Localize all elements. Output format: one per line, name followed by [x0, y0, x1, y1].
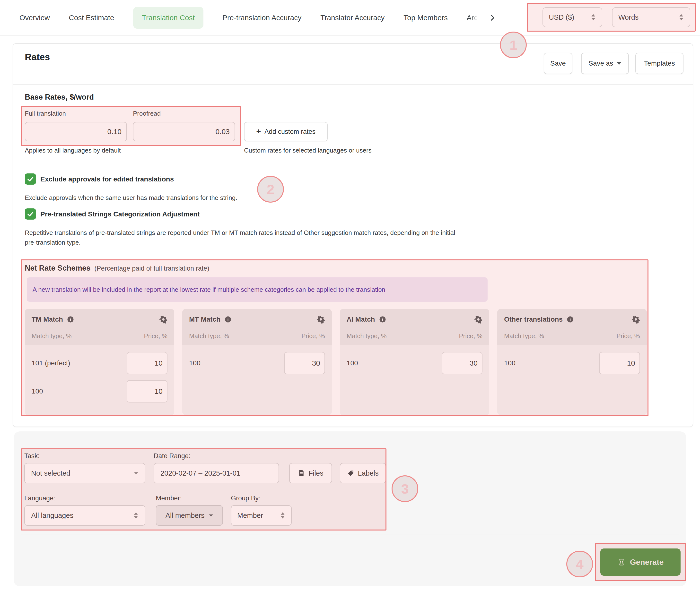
- mt-match-row: 100 30: [189, 352, 325, 374]
- filters-divider: [21, 534, 679, 535]
- group-by-select[interactable]: Member: [231, 505, 292, 526]
- custom-rates-caption: Custom rates for selected languages or u…: [244, 147, 372, 154]
- templates-button[interactable]: Templates: [635, 53, 683, 74]
- rates-card-title: Rates: [25, 52, 50, 62]
- tm-match-101-price-input[interactable]: 10: [127, 352, 168, 374]
- ai-match-100-price-input[interactable]: 30: [442, 352, 482, 374]
- report-units-select[interactable]: Words: [612, 7, 690, 27]
- match-type-column-header: Match type, %: [32, 332, 72, 340]
- caret-down-icon: [134, 471, 139, 475]
- rates-card: Rates Save Save as Templates Base Rates,…: [12, 43, 693, 427]
- gear-icon[interactable]: [632, 315, 640, 323]
- exclude-approvals-checkbox[interactable]: [25, 174, 36, 185]
- net-rate-schemes-heading: Net Rate Schemes (Percentage paid of ful…: [25, 264, 209, 272]
- tm-match-row: 101 (perfect) 10: [32, 352, 168, 374]
- price-value: 30: [312, 359, 320, 367]
- generate-button[interactable]: Generate: [600, 548, 680, 576]
- net-rate-schemes-subtitle: (Percentage paid of full translation rat…: [95, 265, 209, 272]
- gear-icon[interactable]: [159, 315, 168, 323]
- info-icon[interactable]: [379, 316, 386, 323]
- tab-translation-cost[interactable]: Translation Cost: [133, 7, 203, 29]
- updown-arrows-icon: [591, 14, 596, 21]
- date-range-input[interactable]: 2020-02-07 – 2025-01-01: [154, 463, 279, 484]
- price-value: 30: [470, 359, 478, 367]
- match-type-value: 100: [32, 387, 43, 395]
- save-button[interactable]: Save: [544, 53, 572, 74]
- tab-overview[interactable]: Overview: [20, 14, 50, 22]
- match-type-column-header: Match type, %: [189, 332, 229, 340]
- mt-match-100-price-input[interactable]: 30: [284, 352, 325, 374]
- pretranslated-adjustment-checkbox[interactable]: [25, 208, 36, 219]
- base-rates-heading: Base Rates, $/word: [25, 93, 94, 102]
- net-rate-schemes-title: Net Rate Schemes: [25, 264, 91, 272]
- price-column-header: Price, %: [301, 332, 325, 340]
- ai-match-row: 100 30: [347, 352, 482, 374]
- price-column-header: Price, %: [144, 332, 168, 340]
- pretranslated-adjustment-label: Pre-translated Strings Categorization Ad…: [40, 210, 200, 218]
- net-rate-schemes-note: A new translation will be included in th…: [27, 278, 488, 302]
- date-range-value: 2020-02-07 – 2025-01-01: [160, 469, 241, 477]
- language-select-value: All languages: [31, 512, 73, 520]
- info-icon[interactable]: [567, 316, 574, 323]
- tm-match-row: 100 10: [32, 380, 168, 402]
- match-type-column-header: Match type, %: [504, 332, 544, 340]
- match-cards-row: TM Match Match type, % Price, % 101 (per…: [25, 309, 647, 415]
- check-icon: [27, 175, 34, 183]
- ai-match-title: AI Match: [347, 315, 375, 323]
- tab-top-members[interactable]: Top Members: [403, 14, 448, 22]
- gear-icon[interactable]: [474, 315, 482, 323]
- info-icon[interactable]: [67, 316, 74, 323]
- mt-match-title: MT Match: [189, 315, 221, 323]
- date-range-label: Date Range:: [154, 452, 191, 460]
- tab-pre-translation-accuracy[interactable]: Pre-translation Accuracy: [222, 14, 301, 22]
- match-type-column-header: Match type, %: [347, 332, 387, 340]
- file-icon: [298, 470, 305, 477]
- check-icon: [27, 210, 34, 218]
- caret-down-icon: [617, 62, 622, 65]
- other-translations-title: Other translations: [504, 315, 563, 323]
- base-rates-caption: Applies to all languages by default: [25, 147, 121, 154]
- mt-match-card-header: MT Match Match type, % Price, %: [182, 309, 332, 345]
- match-type-value: 100: [189, 359, 201, 367]
- language-select[interactable]: All languages: [24, 505, 145, 526]
- add-custom-rates-button[interactable]: + Add custom rates: [244, 122, 328, 141]
- full-translation-rate-input[interactable]: 0.10: [25, 122, 127, 141]
- tabs-overflow-chevron-icon[interactable]: [488, 14, 497, 22]
- other-translations-100-price-input[interactable]: 10: [599, 352, 640, 374]
- files-button[interactable]: Files: [289, 463, 332, 484]
- info-icon[interactable]: [224, 316, 232, 323]
- report-filters-panel: Task: Date Range: Not selected 2020-02-0…: [14, 432, 686, 587]
- tab-overflow-truncated[interactable]: Arc: [467, 14, 478, 22]
- net-rate-schemes-note-text: A new translation will be included in th…: [32, 286, 385, 293]
- tab-cost-estimate[interactable]: Cost Estimate: [69, 14, 114, 22]
- add-custom-rates-label: Add custom rates: [265, 128, 316, 135]
- tab-translator-accuracy[interactable]: Translator Accuracy: [320, 14, 384, 22]
- currency-select[interactable]: USD ($): [543, 7, 602, 27]
- match-type-value: 100: [504, 359, 516, 367]
- exclude-approvals-label: Exclude approvals for edited translation…: [40, 175, 174, 183]
- caret-down-icon: [208, 514, 214, 517]
- templates-button-label: Templates: [644, 59, 675, 67]
- pretranslated-adjustment-desc: Repetitive translations of pre-translate…: [25, 228, 462, 247]
- task-label: Task:: [24, 452, 40, 460]
- gear-icon[interactable]: [317, 315, 325, 323]
- updown-arrows-icon: [679, 14, 684, 21]
- member-label: Member:: [156, 495, 182, 502]
- mt-match-card: MT Match Match type, % Price, % 100 30: [182, 309, 332, 415]
- member-select[interactable]: All members: [156, 505, 223, 526]
- generate-button-label: Generate: [630, 558, 664, 567]
- price-value: 10: [155, 387, 162, 395]
- other-translations-card-header: Other translations Match type, % Price, …: [497, 309, 647, 345]
- task-select-value: Not selected: [31, 469, 70, 477]
- tm-match-100-price-input[interactable]: 10: [127, 380, 168, 402]
- labels-button[interactable]: Labels: [340, 463, 386, 484]
- tm-match-card: TM Match Match type, % Price, % 101 (per…: [25, 309, 174, 415]
- group-by-label: Group By:: [231, 495, 260, 502]
- tag-icon: [347, 470, 354, 477]
- proofread-rate-input[interactable]: 0.03: [133, 122, 235, 141]
- save-as-button[interactable]: Save as: [581, 53, 629, 74]
- tm-match-title: TM Match: [32, 315, 63, 323]
- ai-match-card: AI Match Match type, % Price, % 100 30: [340, 309, 489, 415]
- task-select[interactable]: Not selected: [24, 463, 145, 484]
- proofread-label: Proofread: [133, 110, 161, 117]
